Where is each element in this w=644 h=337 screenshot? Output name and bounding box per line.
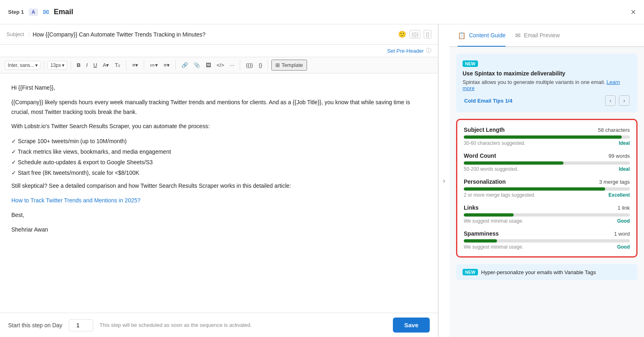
tips-counter: Cold Email Tips 1/4 [464, 98, 512, 104]
metrics-box: Subject Length 58 characters 30-60 chara… [456, 119, 638, 258]
image-button[interactable]: 🖼 [203, 60, 213, 70]
step-a-badge: A [29, 9, 38, 16]
metric-name: Links [464, 204, 479, 211]
metric-value: 58 characters [598, 127, 630, 133]
closing: Best, [11, 210, 426, 220]
metric-hint: 30-60 characters suggested. [464, 140, 525, 146]
metric-status: Good [617, 218, 630, 224]
metric-status: Good [617, 244, 630, 250]
font-size-select[interactable]: 13px ▾ [47, 61, 67, 70]
metric-status: Ideal [619, 140, 630, 146]
header-left: Step 1 A ✉ Email [8, 8, 73, 17]
link-button[interactable]: 🔗 [179, 60, 190, 70]
step-label: Step 1 [8, 9, 24, 15]
panel-toggle[interactable]: › [438, 24, 450, 337]
para3: Still skeptical? See a detailed comparis… [11, 181, 426, 191]
merge-icon[interactable]: {} [424, 30, 431, 39]
set-pre-header-link[interactable]: Set Pre-Header [387, 48, 424, 54]
metric-name: Subject Length [464, 127, 505, 133]
dropdown-arrow: ▾ [62, 62, 64, 68]
list-item: Track metrics like views, bookmarks, and… [11, 147, 426, 157]
header: Step 1 A ✉ Email × [0, 0, 644, 24]
list-group: ≔▾ ≡▾ [147, 60, 176, 70]
metric-bar-bg [464, 161, 630, 165]
metric-name: Spamminess [464, 230, 499, 237]
list-item: Schedule auto-updates & export to Google… [11, 157, 426, 168]
metric-value: 1 word [614, 231, 630, 237]
info-icon: ⓘ [426, 47, 431, 54]
metric-bar-fill [464, 135, 622, 139]
subject-label: Subject [6, 31, 29, 37]
more-button[interactable]: ··· [227, 60, 237, 70]
subject-row: Subject 🙂 {{}} {} [0, 24, 438, 45]
bottom-bar: Start this step on Day This step will be… [0, 313, 438, 337]
template-icon: ⊞ [275, 62, 280, 68]
template-button[interactable]: ⊞ Template [271, 60, 307, 71]
tips-next-button[interactable]: › [619, 95, 629, 106]
code-button[interactable]: </> [214, 60, 227, 70]
format-group: B I U A▾ T𝑥 [74, 60, 126, 70]
variable-button[interactable]: {{}} [243, 60, 255, 70]
content-guide-body: NEW Use Spintax to maximize deliverabili… [450, 47, 644, 337]
editor-area[interactable]: Hi {{First Name}}, {{Company}} likely sp… [0, 73, 438, 313]
article-link[interactable]: How to Track Twitter Trends and Mentions… [11, 197, 141, 204]
subject-input[interactable] [32, 31, 395, 38]
metric-hint: 50-200 words suggested. [464, 166, 518, 172]
italic-button[interactable]: I [84, 60, 90, 70]
underline-button[interactable]: U [91, 60, 99, 70]
font-group: Inter, sans... ▾ [5, 61, 44, 70]
font-family-select[interactable]: Inter, sans... ▾ [5, 61, 41, 70]
align-button[interactable]: ≡▾ [130, 60, 141, 70]
ordered-list-button[interactable]: ≔▾ [147, 60, 160, 70]
tips-card: NEW Use Spintax to maximize deliverabili… [456, 54, 638, 112]
metric-bar-fill [464, 213, 514, 217]
variable-icon[interactable]: {{}} [409, 30, 420, 39]
emoji-icon[interactable]: 🙂 [398, 30, 406, 38]
merge-button[interactable]: {} [256, 60, 265, 70]
subject-icons: 🙂 {{}} {} [398, 30, 431, 39]
right-tabs: 📋 Content Guide ✉ Email Preview [450, 24, 644, 47]
tips-title: Use Spintax to maximize deliverability [463, 70, 631, 77]
close-button[interactable]: × [631, 7, 636, 17]
metric-bar-bg [464, 213, 630, 217]
metric-value: 3 merge tags [599, 179, 630, 185]
toolbar: Inter, sans... ▾ 13px ▾ B I U A▾ T𝑥 [0, 57, 438, 73]
day-label: Start this step on Day [8, 322, 62, 328]
metric-spamminess: Spamminess 1 word We suggest minimal usa… [464, 230, 630, 250]
schedule-hint: This step will be scheduled as soon as t… [100, 322, 386, 328]
metric-bar-bg [464, 135, 630, 139]
greeting: Hi {{First Name}}, [11, 83, 426, 93]
unordered-list-button[interactable]: ≡▾ [161, 60, 172, 70]
metric-bar-fill [464, 239, 497, 243]
metric-personalization: Personalization 3 merge tags 2 or more m… [464, 178, 630, 198]
template-group: ⊞ Template [271, 60, 310, 71]
email-preview-icon: ✉ [515, 32, 520, 39]
metric-hint: 2 or more merge tags suggested. [464, 192, 535, 198]
size-group: 13px ▾ [47, 61, 71, 70]
tab-email-preview[interactable]: ✉ Email Preview [515, 25, 560, 47]
clear-format-button[interactable]: T𝑥 [112, 60, 123, 70]
metric-hint: We suggest minimal usage. [464, 218, 523, 224]
bottom-tag-text: Hyper-personalize your emails with Varia… [481, 269, 596, 275]
day-input[interactable] [69, 319, 93, 331]
metric-bar-bg [464, 239, 630, 243]
text-color-button[interactable]: A▾ [100, 60, 112, 70]
metric-status: Ideal [619, 166, 630, 172]
bold-button[interactable]: B [74, 60, 83, 70]
email-title: Email [54, 8, 73, 16]
left-panel: Subject 🙂 {{}} {} Set Pre-Header ⓘ Inter… [0, 24, 438, 337]
save-button[interactable]: Save [393, 318, 430, 333]
list-item: Scrape 100+ tweets/min (up to 10M/month) [11, 136, 426, 147]
metric-bar-fill [464, 161, 563, 165]
content-guide-icon: 📋 [458, 32, 466, 39]
attachment-button[interactable]: 📎 [191, 60, 203, 70]
tab-content-guide[interactable]: 📋 Content Guide [458, 25, 505, 47]
tips-prev-button[interactable]: ‹ [605, 95, 616, 106]
bottom-new-badge: NEW [463, 269, 478, 275]
metric-word-count: Word Count 99 words 50-200 words suggest… [464, 152, 630, 172]
check-list: Scrape 100+ tweets/min (up to 10M/month)… [11, 136, 426, 178]
metric-hint: We suggest minimal usage. [464, 244, 523, 250]
para1: {{Company}} likely spends hours every we… [11, 98, 426, 117]
metric-bar-bg [464, 187, 630, 191]
email-icon: ✉ [43, 8, 49, 17]
